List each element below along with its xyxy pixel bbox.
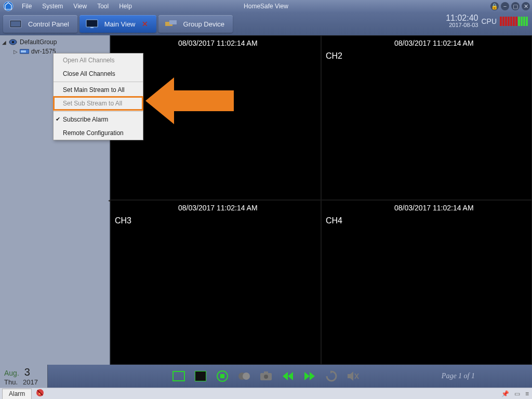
statusbar: Alarm 📌 ▭ ≡ bbox=[0, 388, 532, 399]
loop-icon[interactable] bbox=[325, 369, 338, 383]
menu-help[interactable]: Help bbox=[114, 3, 137, 10]
clock-time: 11:02:40 bbox=[446, 15, 478, 22]
restore-icon[interactable]: ▭ bbox=[514, 390, 520, 397]
clock-block: 11:02:40 2017-08-03 CPU bbox=[446, 15, 528, 28]
check-icon: ✔ bbox=[56, 116, 60, 123]
tree-device-label: dvr-1575 bbox=[31, 48, 56, 55]
cm-set-sub-stream[interactable]: Set Sub Stream to All bbox=[54, 97, 143, 110]
svg-point-17 bbox=[243, 373, 250, 380]
calendar-year: 2017 bbox=[23, 378, 38, 386]
cm-label: Subscribe Alarm bbox=[63, 116, 108, 123]
alarm-label: Alarm bbox=[9, 390, 25, 397]
group-icon bbox=[8, 38, 18, 46]
group-device-icon bbox=[164, 18, 178, 30]
alarm-bell-icon[interactable] bbox=[36, 389, 44, 398]
expander-icon[interactable]: ▷ bbox=[14, 49, 20, 55]
tab-close-icon[interactable]: ✕ bbox=[142, 20, 148, 28]
svg-marker-11 bbox=[145, 77, 234, 124]
svg-point-19 bbox=[264, 375, 268, 379]
svg-rect-15 bbox=[220, 374, 224, 378]
video-timestamp: 08/03/2017 11:02:14 AM bbox=[394, 204, 474, 212]
tabstrip: Control Panel Main View ✕ Group Device 1… bbox=[0, 12, 532, 35]
cm-open-all-channels[interactable]: Open All Channels bbox=[54, 54, 143, 67]
maximize-icon[interactable]: ▢ bbox=[511, 2, 520, 10]
layout-icon[interactable] bbox=[194, 369, 207, 383]
tab-label: Main View bbox=[104, 20, 136, 28]
minimize-icon[interactable]: − bbox=[501, 2, 509, 10]
cm-separator bbox=[54, 111, 143, 112]
svg-rect-3 bbox=[86, 20, 98, 27]
svg-marker-21 bbox=[283, 372, 288, 380]
channel-label: CH2 bbox=[326, 51, 342, 61]
video-cell-2[interactable]: 08/03/2017 11:02:14 AM CH2 bbox=[321, 35, 532, 200]
close-icon[interactable]: ✕ bbox=[522, 2, 530, 10]
tab-main-view[interactable]: Main View ✕ bbox=[79, 15, 156, 33]
calendar-month: Aug. bbox=[4, 369, 19, 377]
next-icon[interactable] bbox=[303, 369, 316, 383]
annotation-arrow bbox=[145, 75, 239, 129]
video-cell-3[interactable]: 08/03/2017 11:02:14 AM CH3 bbox=[110, 200, 321, 365]
app-logo-icon bbox=[2, 0, 15, 12]
channel-label: CH4 bbox=[326, 216, 342, 225]
cm-subscribe-alarm[interactable]: ✔ Subscribe Alarm bbox=[54, 113, 143, 126]
svg-rect-4 bbox=[90, 27, 94, 28]
cm-close-all-channels[interactable]: Close All Channels bbox=[54, 67, 143, 81]
svg-point-8 bbox=[12, 41, 14, 43]
svg-marker-23 bbox=[304, 372, 310, 380]
alarm-tab[interactable]: Alarm bbox=[2, 389, 32, 399]
expander-icon[interactable]: ◢ bbox=[2, 39, 8, 45]
menu-tool[interactable]: Tool bbox=[92, 3, 114, 10]
calendar-day: 3 bbox=[24, 366, 30, 378]
cm-separator bbox=[54, 82, 143, 82]
svg-marker-26 bbox=[348, 371, 353, 381]
tab-label: Control Panel bbox=[28, 20, 69, 28]
calendar-block[interactable]: Aug. 3 Thu. 2017 bbox=[0, 365, 48, 388]
tab-group-device[interactable]: Group Device bbox=[158, 15, 233, 33]
channel-label: CH3 bbox=[115, 216, 131, 225]
collapse-up-icon[interactable]: ≡ bbox=[525, 390, 529, 397]
menu-system[interactable]: System bbox=[37, 3, 68, 10]
cpu-label: CPU bbox=[481, 17, 497, 25]
context-menu: Open All Channels Close All Channels Set… bbox=[53, 53, 143, 140]
fullscreen-icon[interactable] bbox=[172, 369, 185, 383]
playback-controls bbox=[172, 369, 360, 383]
svg-rect-20 bbox=[264, 371, 268, 374]
video-timestamp: 08/03/2017 11:02:14 AM bbox=[178, 39, 258, 47]
cpu-meter bbox=[500, 17, 528, 26]
cm-remote-configuration[interactable]: Remote Configuration bbox=[54, 126, 143, 140]
menubar: File System View Tool Help HomeSafe View… bbox=[0, 0, 532, 12]
snapshot-icon[interactable] bbox=[259, 369, 273, 383]
svg-rect-6 bbox=[169, 20, 177, 24]
menu-view[interactable]: View bbox=[68, 3, 92, 10]
prev-icon[interactable] bbox=[281, 369, 295, 383]
cm-set-main-stream[interactable]: Set Main Stream to All bbox=[54, 83, 143, 97]
svg-rect-10 bbox=[21, 50, 26, 52]
clock-date: 2017-08-03 bbox=[446, 22, 478, 28]
svg-rect-12 bbox=[173, 371, 184, 381]
page-info: Page 1 of 1 bbox=[442, 372, 475, 380]
tab-control-panel[interactable]: Control Panel bbox=[3, 15, 77, 33]
window-controls: 🔒 − ▢ ✕ bbox=[490, 2, 530, 10]
svg-rect-13 bbox=[195, 371, 206, 381]
lock-icon[interactable]: 🔒 bbox=[490, 2, 499, 10]
video-cell-4[interactable]: 08/03/2017 11:02:14 AM CH4 bbox=[321, 200, 532, 365]
pin-icon[interactable]: 📌 bbox=[501, 390, 509, 397]
statusbar-right-icons: 📌 ▭ ≡ bbox=[501, 390, 529, 397]
video-timestamp: 08/03/2017 11:02:14 AM bbox=[178, 204, 258, 212]
tree-group-row[interactable]: ◢ DefaultGroup bbox=[1, 37, 109, 47]
mute-icon[interactable] bbox=[347, 369, 360, 383]
tab-label: Group Device bbox=[183, 20, 224, 28]
bottom-toolbar: Aug. 3 Thu. 2017 bbox=[0, 365, 532, 388]
monitor-icon bbox=[85, 18, 99, 30]
svg-marker-24 bbox=[310, 372, 315, 380]
tree-group-label: DefaultGroup bbox=[20, 38, 57, 46]
calendar-weekday: Thu. bbox=[4, 378, 18, 386]
record-icon[interactable] bbox=[237, 369, 251, 383]
home-icon bbox=[8, 18, 23, 30]
svg-marker-22 bbox=[288, 372, 293, 380]
menu-file[interactable]: File bbox=[17, 3, 37, 10]
app-title: HomeSafe View bbox=[244, 3, 288, 10]
stop-icon[interactable] bbox=[216, 369, 229, 383]
dvr-icon bbox=[20, 47, 29, 56]
svg-rect-2 bbox=[11, 21, 20, 26]
